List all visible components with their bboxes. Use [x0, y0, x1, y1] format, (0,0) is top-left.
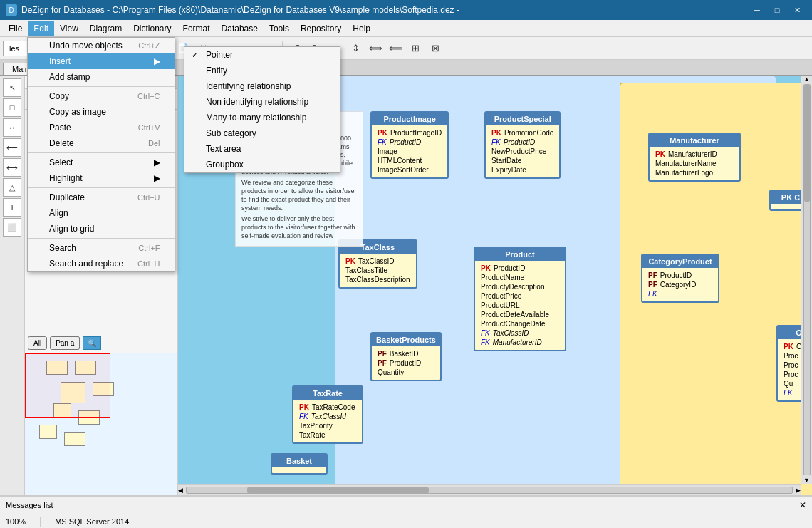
toolbar-more2[interactable]: ⊠ [426, 39, 444, 58]
menu-search[interactable]: Search Ctrl+F [28, 240, 175, 256]
magnifier-button[interactable]: 🔍 [83, 336, 101, 350]
entity-categoryproduct[interactable]: CategoryProduct PFProductID PFCategoryID… [641, 254, 719, 303]
submenu-many-rel[interactable]: Many-to-many relationship [184, 110, 340, 125]
menu-align[interactable]: Align [28, 205, 175, 221]
toolbar-distribute-h[interactable]: ⟺ [366, 39, 385, 58]
menu-dictionary[interactable]: Dictionary [127, 21, 177, 36]
scroll-thumb-v [804, 85, 810, 202]
sidebar-rel1[interactable]: ↔ [3, 118, 21, 137]
sidebar-group[interactable]: ⬜ [3, 218, 21, 237]
menu-view[interactable]: View [54, 21, 84, 36]
entity-productspecial[interactable]: ProductSpecial PKPromotionCode FKProduct… [484, 111, 561, 179]
menu-add-stamp-label: Add stamp [49, 72, 90, 82]
submenu-textarea[interactable]: Text area [184, 141, 340, 157]
scroll-bottom[interactable]: ◀ ▶ [178, 484, 801, 495]
submenu-identifying-rel[interactable]: Identifying relationship [184, 78, 340, 94]
mini-entity-8 [64, 432, 85, 446]
scroll-up-btn[interactable]: ▲ [803, 76, 810, 83]
menu-highlight-arrow: ▶ [154, 173, 160, 183]
status-bar: 100% MS SQL Server 2014 [0, 514, 812, 528]
menu-format[interactable]: Format [177, 21, 216, 36]
menu-database[interactable]: Database [216, 21, 264, 36]
menu-select[interactable]: Select ▶ [28, 155, 175, 170]
field-prod-3: ProductyDescription [481, 282, 559, 291]
menu-file[interactable]: File [3, 21, 28, 36]
menu-delete-label: Delete [49, 138, 74, 148]
maximize-button[interactable]: □ [768, 3, 786, 17]
scroll-right-btn[interactable]: ▶ [796, 487, 801, 494]
sidebar-rel3[interactable]: ⟷ [3, 158, 21, 177]
left-sidebar: ↖ □ ↔ ⟵ ⟷ △ T ⬜ [0, 76, 25, 495]
menu-add-stamp[interactable]: Add stamp [28, 69, 175, 85]
submenu-entity[interactable]: Entity [184, 63, 340, 78]
entity-productspecial-body: PKPromotionCode FKProductID NewProductPr… [486, 125, 559, 177]
menu-copy-image[interactable]: Copy as image [28, 104, 175, 120]
sidebar-text[interactable]: T [3, 198, 21, 217]
minimize-button[interactable]: ─ [748, 3, 766, 17]
menu-help[interactable]: Help [347, 21, 376, 36]
mini-entity-7 [39, 425, 57, 439]
sidebar-subcat[interactable]: △ [3, 178, 21, 197]
menu-highlight[interactable]: Highlight ▶ [28, 170, 175, 186]
entity-basketproducts-header: BasketProducts [372, 333, 440, 346]
menu-paste[interactable]: Paste Ctrl+V [28, 120, 175, 135]
menu-search-replace[interactable]: Search and replace Ctrl+H [28, 256, 175, 271]
pan-button[interactable]: Pan a [50, 336, 80, 350]
menu-delete[interactable]: Delete Del [28, 135, 175, 151]
entity-basketproducts[interactable]: BasketProducts PFBasketID PFProductID Qu… [370, 332, 442, 381]
entity-product[interactable]: Product PKProductID ProductName Producty… [474, 247, 566, 351]
scroll-down-btn[interactable]: ▼ [803, 477, 810, 484]
toolbar-distribute-v[interactable]: ⟸ [386, 39, 405, 58]
field-ps-5: ExpiryDate [491, 165, 553, 175]
scroll-track-h[interactable] [186, 487, 793, 494]
entity-product-body: PKProductID ProductName ProductyDescript… [475, 261, 565, 350]
field-cp-3: FK [648, 289, 712, 299]
sidebar-entity[interactable]: □ [3, 98, 21, 117]
sidebar-rel2[interactable]: ⟵ [3, 138, 21, 157]
menu-tools[interactable]: Tools [264, 21, 295, 36]
menu-edit[interactable]: Edit [28, 21, 54, 36]
entity-manufacturer[interactable]: Manufacturer PKManufacturerID Manufactur… [648, 133, 741, 182]
all-button[interactable]: All [28, 336, 47, 350]
toolbar-more1[interactable]: ⊞ [406, 39, 425, 58]
menu-duplicate[interactable]: Duplicate Ctrl+U [28, 190, 175, 205]
field-tr-4: TaxRate [299, 430, 356, 440]
menu-repository[interactable]: Repository [295, 21, 347, 36]
edit-menu-dropdown: Undo move objects Ctrl+Z Insert ▶ Add st… [27, 37, 175, 272]
field-productimage-1: PKProductImageID [378, 128, 442, 138]
menu-duplicate-shortcut: Ctrl+U [137, 193, 160, 202]
menu-select-arrow: ▶ [154, 157, 160, 167]
menu-sep-1 [28, 86, 175, 87]
field-prod-6: ProductDateAvailable [481, 310, 559, 319]
submenu-subcategory[interactable]: Sub category [184, 125, 340, 141]
field-bp-2: PFProductID [378, 358, 434, 368]
menu-undo[interactable]: Undo move objects Ctrl+Z [28, 38, 175, 53]
messages-panel: Messages list ✕ [0, 495, 812, 514]
scroll-right[interactable]: ▲ ▼ [801, 76, 812, 484]
toolbar-align-v[interactable]: ⇕ [346, 39, 365, 58]
entity-productimage[interactable]: ProductImage PKProductImageID FKProductI… [370, 111, 449, 179]
scroll-track-v[interactable] [803, 84, 811, 475]
menu-search-replace-shortcut: Ctrl+H [137, 259, 160, 268]
entity-taxrate[interactable]: TaxRate PKTaxRateCode FKTaxClassId TaxPr… [292, 385, 363, 444]
scroll-left-btn[interactable]: ◀ [178, 487, 183, 494]
menu-align-grid[interactable]: Align to grid [28, 221, 175, 237]
entity-productspecial-header: ProductSpecial [486, 113, 559, 125]
menu-insert[interactable]: Insert ▶ [28, 53, 175, 69]
entity-basket[interactable]: Basket [271, 453, 328, 475]
title-bar: D DeZign for Databases - C:\Program File… [0, 0, 812, 20]
submenu-groupbox[interactable]: Groupbox [184, 157, 340, 172]
entity-basketproducts-body: PFBasketID PFProductID Quantity [372, 346, 440, 380]
submenu-nonidentifying-rel[interactable]: Non identifying relationship [184, 94, 340, 110]
menu-copy-label: Copy [49, 91, 69, 101]
field-tc-3: TaxClassDescription [345, 275, 410, 284]
menu-diagram[interactable]: Diagram [84, 21, 127, 36]
messages-close-btn[interactable]: ✕ [799, 500, 806, 510]
sidebar-pointer[interactable]: ↖ [3, 78, 21, 97]
submenu-pointer[interactable]: Pointer [184, 47, 340, 63]
softpedia-desc3: We strive to deliver only the best produ… [241, 215, 357, 240]
menu-copy[interactable]: Copy Ctrl+C [28, 88, 175, 104]
zoom-level: 100% [6, 517, 26, 526]
close-button[interactable]: ✕ [788, 3, 806, 17]
entity-taxclass[interactable]: TaxClass PKTaxClassID TaxClassTitle TaxC… [338, 239, 417, 289]
